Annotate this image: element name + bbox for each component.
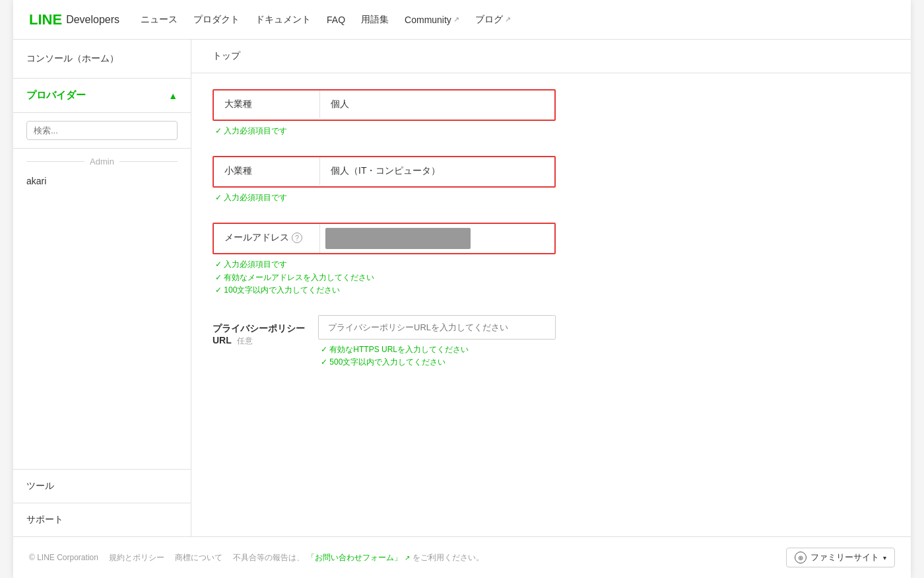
main-nav: ニュース プロダクト ドキュメント FAQ 用語集 Community ↗ ブロ… [141,14,511,26]
email-validation-1: ✓ 入力必須項目です [215,258,890,271]
minor-industry-validations: ✓ 入力必須項目です [213,192,890,204]
logo-developers: Developers [66,14,119,26]
nav-community[interactable]: Community ↗ [405,15,459,25]
sidebar-console[interactable]: コンソール（ホーム） [13,40,191,79]
nav-news[interactable]: ニュース [141,14,178,26]
footer-report-suffix: をご利用ください。 [412,552,484,563]
sidebar-admin-section: Admin [13,149,191,169]
footer-right: ⊕ ファミリーサイト ▾ [786,548,895,567]
sidebar-item-akari[interactable]: akari [13,169,191,193]
external-link-icon: ↗ [505,15,511,24]
header: LINE Developers ニュース プロダクト ドキュメント FAQ 用語… [13,0,911,40]
major-industry-value[interactable]: 個人 [319,90,554,118]
external-link-icon: ↗ [453,15,459,24]
privacy-label-main: プライバシーポリシー [213,323,305,334]
minor-industry-value[interactable]: 個人（IT・コンピュータ） [319,157,554,185]
privacy-validation-2: ✓ 500文字以内で入力してください [321,356,556,369]
footer-contact-area: 不具合等の報告は、 「お問い合わせフォーム」 ↗ をご利用ください。 [233,552,484,563]
nav-faq[interactable]: FAQ [327,15,345,25]
form-section: 大業種 個人 ✓ 入力必須項目です 小業種 個人（IT・コンピュータ） ✓ 入力… [191,73,911,384]
minor-industry-label: 小業種 [214,157,319,185]
email-validation-2: ✓ 有効なメールアドレスを入力してください [215,271,890,284]
privacy-url-input[interactable] [318,315,556,340]
privacy-label-area: プライバシーポリシー URL 任意 [213,315,318,347]
sidebar-admin-label: Admin [26,157,178,166]
email-group: メールアドレス ? ✓ 入力必須項目です ✓ 有効なメールアドレスを入力してくだ… [213,223,890,297]
nav-product[interactable]: プロダクト [193,14,240,26]
email-field: メールアドレス ? [213,223,556,254]
sidebar-provider-label: プロバイダー [26,89,86,102]
privacy-validation-1: ✓ 有効なHTTPS URLを入力してください [321,343,556,356]
sidebar: コンソール（ホーム） プロバイダー ▲ Admin akari ツール サポート [13,40,191,536]
nav-blog[interactable]: ブログ ↗ [475,14,511,26]
major-industry-validations: ✓ 入力必須項目です [213,125,890,137]
major-industry-group: 大業種 個人 ✓ 入力必須項目です [213,89,890,137]
email-input-area [319,224,554,253]
email-label: メールアドレス ? [214,224,319,252]
chevron-down-icon: ▾ [883,554,886,561]
email-validations: ✓ 入力必須項目です ✓ 有効なメールアドレスを入力してください ✓ 100文字… [213,258,890,297]
minor-industry-validation-1: ✓ 入力必須項目です [215,192,890,204]
footer: © LINE Corporation 規約とポリシー 商標について 不具合等の報… [13,536,911,578]
major-industry-label: 大業種 [214,90,319,118]
logo-line: LINE [29,11,62,28]
major-industry-validation-1: ✓ 入力必須項目です [215,125,890,137]
sidebar-provider-arrow-icon: ▲ [168,90,178,101]
sidebar-support[interactable]: サポート [13,503,191,536]
sidebar-search-area [13,113,191,149]
privacy-input-area: ✓ 有効なHTTPS URLを入力してください ✓ 500文字以内で入力してくだ… [318,315,556,369]
main-layout: コンソール（ホーム） プロバイダー ▲ Admin akari ツール サポート… [13,40,911,536]
email-validation-3: ✓ 100文字以内で入力してください [215,284,890,297]
footer-terms[interactable]: 規約とポリシー [109,552,164,563]
privacy-row: プライバシーポリシー URL 任意 ✓ 有効なHTTPS URLを入力してくださ… [213,315,890,369]
privacy-validations: ✓ 有効なHTTPS URLを入力してください ✓ 500文字以内で入力してくだ… [318,343,556,369]
sidebar-spacer [13,193,191,469]
minor-industry-group: 小業種 個人（IT・コンピュータ） ✓ 入力必須項目です [213,156,890,204]
sidebar-provider-header[interactable]: プロバイダー ▲ [13,79,191,113]
privacy-label-url: URL [213,335,232,345]
major-industry-field: 大業種 個人 [213,89,556,121]
footer-contact-link[interactable]: 「お問い合わせフォーム」 [307,552,402,563]
family-site-label: ファミリーサイト [810,552,879,563]
minor-industry-field: 小業種 個人（IT・コンピュータ） [213,156,556,188]
search-input[interactable] [26,121,178,140]
sidebar-tools[interactable]: ツール [13,469,191,503]
privacy-section: プライバシーポリシー URL 任意 ✓ 有効なHTTPS URLを入力してくださ… [213,315,890,369]
nav-document[interactable]: ドキュメント [255,14,311,26]
footer-trademark[interactable]: 商標について [175,552,222,563]
privacy-optional-label: 任意 [237,336,253,345]
email-blurred-value[interactable] [325,228,471,249]
nav-glossary[interactable]: 用語集 [361,14,389,26]
footer-left: © LINE Corporation 規約とポリシー 商標について 不具合等の報… [29,552,484,563]
content-area: トップ 大業種 個人 ✓ 入力必須項目です 小業種 個人（I [191,40,911,536]
ext-icon-footer: ↗ [405,554,410,561]
breadcrumb: トップ [191,40,911,73]
family-site-button[interactable]: ⊕ ファミリーサイト ▾ [786,548,895,567]
logo-area: LINE Developers [29,11,119,28]
email-help-icon[interactable]: ? [292,233,302,243]
footer-report-prefix: 不具合等の報告は、 [233,552,304,563]
globe-icon: ⊕ [795,552,807,563]
footer-copyright: © LINE Corporation [29,553,98,562]
